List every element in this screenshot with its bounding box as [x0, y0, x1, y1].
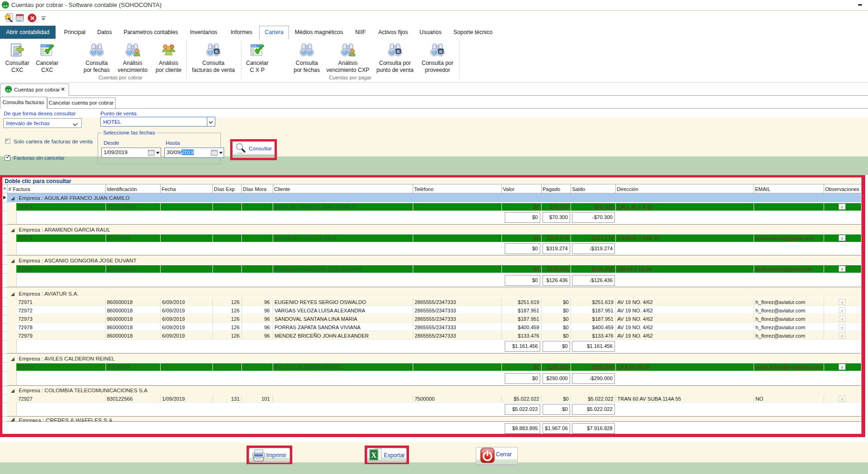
svg-text:ID: ID: [397, 50, 400, 53]
svg-text:ID: ID: [215, 50, 219, 53]
svg-text:X: X: [371, 451, 377, 459]
svg-text:ID: ID: [439, 50, 443, 53]
